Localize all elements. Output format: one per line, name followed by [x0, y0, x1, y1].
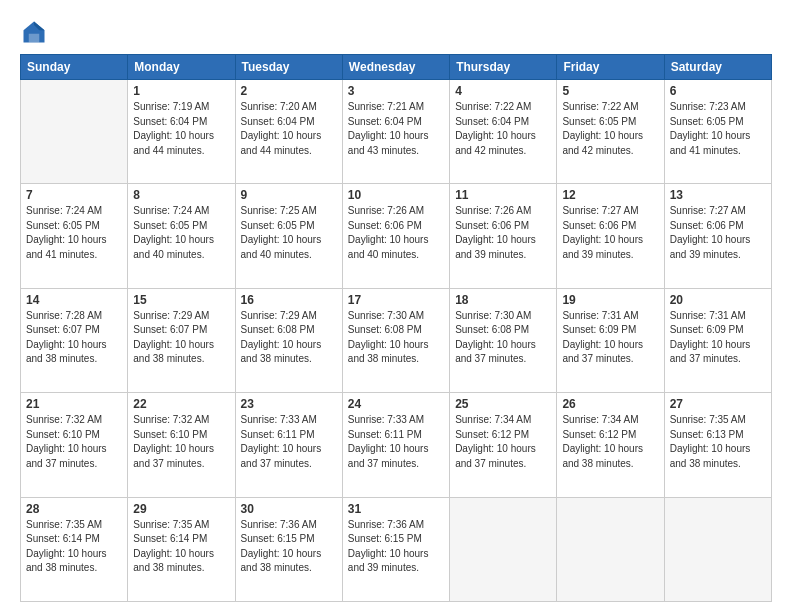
calendar-header-friday: Friday: [557, 55, 664, 80]
day-info: Sunrise: 7:35 AMSunset: 6:13 PMDaylight:…: [670, 413, 766, 471]
day-info: Sunrise: 7:28 AMSunset: 6:07 PMDaylight:…: [26, 309, 122, 367]
calendar-cell: 24Sunrise: 7:33 AMSunset: 6:11 PMDayligh…: [342, 393, 449, 497]
day-number: 12: [562, 188, 658, 202]
day-number: 13: [670, 188, 766, 202]
svg-rect-2: [29, 34, 40, 43]
day-number: 3: [348, 84, 444, 98]
calendar-cell: 4Sunrise: 7:22 AMSunset: 6:04 PMDaylight…: [450, 80, 557, 184]
day-info: Sunrise: 7:19 AMSunset: 6:04 PMDaylight:…: [133, 100, 229, 158]
day-info: Sunrise: 7:36 AMSunset: 6:15 PMDaylight:…: [241, 518, 337, 576]
day-number: 22: [133, 397, 229, 411]
day-info: Sunrise: 7:32 AMSunset: 6:10 PMDaylight:…: [26, 413, 122, 471]
calendar-body: 1Sunrise: 7:19 AMSunset: 6:04 PMDaylight…: [21, 80, 772, 602]
day-info: Sunrise: 7:27 AMSunset: 6:06 PMDaylight:…: [670, 204, 766, 262]
day-number: 16: [241, 293, 337, 307]
calendar-cell: 16Sunrise: 7:29 AMSunset: 6:08 PMDayligh…: [235, 288, 342, 392]
day-number: 6: [670, 84, 766, 98]
day-info: Sunrise: 7:24 AMSunset: 6:05 PMDaylight:…: [133, 204, 229, 262]
calendar-week-3: 14Sunrise: 7:28 AMSunset: 6:07 PMDayligh…: [21, 288, 772, 392]
calendar-cell: 27Sunrise: 7:35 AMSunset: 6:13 PMDayligh…: [664, 393, 771, 497]
day-number: 7: [26, 188, 122, 202]
calendar-cell: 19Sunrise: 7:31 AMSunset: 6:09 PMDayligh…: [557, 288, 664, 392]
calendar-cell: 26Sunrise: 7:34 AMSunset: 6:12 PMDayligh…: [557, 393, 664, 497]
calendar-week-4: 21Sunrise: 7:32 AMSunset: 6:10 PMDayligh…: [21, 393, 772, 497]
day-info: Sunrise: 7:35 AMSunset: 6:14 PMDaylight:…: [133, 518, 229, 576]
calendar-header-monday: Monday: [128, 55, 235, 80]
logo: [20, 18, 52, 46]
day-info: Sunrise: 7:26 AMSunset: 6:06 PMDaylight:…: [455, 204, 551, 262]
day-info: Sunrise: 7:31 AMSunset: 6:09 PMDaylight:…: [670, 309, 766, 367]
day-info: Sunrise: 7:29 AMSunset: 6:08 PMDaylight:…: [241, 309, 337, 367]
calendar-cell: 31Sunrise: 7:36 AMSunset: 6:15 PMDayligh…: [342, 497, 449, 601]
calendar-cell: 2Sunrise: 7:20 AMSunset: 6:04 PMDaylight…: [235, 80, 342, 184]
day-number: 5: [562, 84, 658, 98]
calendar-cell: 17Sunrise: 7:30 AMSunset: 6:08 PMDayligh…: [342, 288, 449, 392]
calendar-header-sunday: Sunday: [21, 55, 128, 80]
day-info: Sunrise: 7:27 AMSunset: 6:06 PMDaylight:…: [562, 204, 658, 262]
day-info: Sunrise: 7:35 AMSunset: 6:14 PMDaylight:…: [26, 518, 122, 576]
calendar-cell: 21Sunrise: 7:32 AMSunset: 6:10 PMDayligh…: [21, 393, 128, 497]
day-number: 14: [26, 293, 122, 307]
day-number: 23: [241, 397, 337, 411]
day-info: Sunrise: 7:23 AMSunset: 6:05 PMDaylight:…: [670, 100, 766, 158]
calendar-header-wednesday: Wednesday: [342, 55, 449, 80]
day-number: 31: [348, 502, 444, 516]
day-number: 24: [348, 397, 444, 411]
day-info: Sunrise: 7:29 AMSunset: 6:07 PMDaylight:…: [133, 309, 229, 367]
day-info: Sunrise: 7:36 AMSunset: 6:15 PMDaylight:…: [348, 518, 444, 576]
day-info: Sunrise: 7:30 AMSunset: 6:08 PMDaylight:…: [455, 309, 551, 367]
calendar-cell: 15Sunrise: 7:29 AMSunset: 6:07 PMDayligh…: [128, 288, 235, 392]
day-info: Sunrise: 7:33 AMSunset: 6:11 PMDaylight:…: [348, 413, 444, 471]
calendar-cell: 8Sunrise: 7:24 AMSunset: 6:05 PMDaylight…: [128, 184, 235, 288]
calendar-cell: 9Sunrise: 7:25 AMSunset: 6:05 PMDaylight…: [235, 184, 342, 288]
day-info: Sunrise: 7:34 AMSunset: 6:12 PMDaylight:…: [562, 413, 658, 471]
day-info: Sunrise: 7:33 AMSunset: 6:11 PMDaylight:…: [241, 413, 337, 471]
day-info: Sunrise: 7:22 AMSunset: 6:05 PMDaylight:…: [562, 100, 658, 158]
calendar-cell: 7Sunrise: 7:24 AMSunset: 6:05 PMDaylight…: [21, 184, 128, 288]
day-info: Sunrise: 7:34 AMSunset: 6:12 PMDaylight:…: [455, 413, 551, 471]
calendar-cell: 28Sunrise: 7:35 AMSunset: 6:14 PMDayligh…: [21, 497, 128, 601]
day-info: Sunrise: 7:22 AMSunset: 6:04 PMDaylight:…: [455, 100, 551, 158]
calendar-cell: 11Sunrise: 7:26 AMSunset: 6:06 PMDayligh…: [450, 184, 557, 288]
calendar-cell: [21, 80, 128, 184]
day-number: 19: [562, 293, 658, 307]
calendar-week-2: 7Sunrise: 7:24 AMSunset: 6:05 PMDaylight…: [21, 184, 772, 288]
calendar-cell: 18Sunrise: 7:30 AMSunset: 6:08 PMDayligh…: [450, 288, 557, 392]
calendar-cell: 20Sunrise: 7:31 AMSunset: 6:09 PMDayligh…: [664, 288, 771, 392]
day-number: 25: [455, 397, 551, 411]
day-number: 11: [455, 188, 551, 202]
calendar-header-thursday: Thursday: [450, 55, 557, 80]
day-number: 20: [670, 293, 766, 307]
day-info: Sunrise: 7:32 AMSunset: 6:10 PMDaylight:…: [133, 413, 229, 471]
day-info: Sunrise: 7:21 AMSunset: 6:04 PMDaylight:…: [348, 100, 444, 158]
calendar-cell: 13Sunrise: 7:27 AMSunset: 6:06 PMDayligh…: [664, 184, 771, 288]
day-number: 27: [670, 397, 766, 411]
logo-icon: [20, 18, 48, 46]
calendar-header-tuesday: Tuesday: [235, 55, 342, 80]
day-number: 9: [241, 188, 337, 202]
day-number: 18: [455, 293, 551, 307]
day-number: 4: [455, 84, 551, 98]
calendar-cell: 6Sunrise: 7:23 AMSunset: 6:05 PMDaylight…: [664, 80, 771, 184]
calendar-cell: 29Sunrise: 7:35 AMSunset: 6:14 PMDayligh…: [128, 497, 235, 601]
calendar-week-5: 28Sunrise: 7:35 AMSunset: 6:14 PMDayligh…: [21, 497, 772, 601]
day-number: 1: [133, 84, 229, 98]
day-info: Sunrise: 7:31 AMSunset: 6:09 PMDaylight:…: [562, 309, 658, 367]
calendar-week-1: 1Sunrise: 7:19 AMSunset: 6:04 PMDaylight…: [21, 80, 772, 184]
calendar-cell: [664, 497, 771, 601]
calendar-header-saturday: Saturday: [664, 55, 771, 80]
calendar-cell: 14Sunrise: 7:28 AMSunset: 6:07 PMDayligh…: [21, 288, 128, 392]
calendar-cell: 3Sunrise: 7:21 AMSunset: 6:04 PMDaylight…: [342, 80, 449, 184]
calendar-cell: 12Sunrise: 7:27 AMSunset: 6:06 PMDayligh…: [557, 184, 664, 288]
calendar-cell: 25Sunrise: 7:34 AMSunset: 6:12 PMDayligh…: [450, 393, 557, 497]
calendar-cell: 22Sunrise: 7:32 AMSunset: 6:10 PMDayligh…: [128, 393, 235, 497]
day-number: 26: [562, 397, 658, 411]
day-number: 10: [348, 188, 444, 202]
day-number: 28: [26, 502, 122, 516]
day-number: 30: [241, 502, 337, 516]
day-info: Sunrise: 7:24 AMSunset: 6:05 PMDaylight:…: [26, 204, 122, 262]
day-number: 15: [133, 293, 229, 307]
calendar-cell: [450, 497, 557, 601]
day-number: 8: [133, 188, 229, 202]
calendar-cell: 1Sunrise: 7:19 AMSunset: 6:04 PMDaylight…: [128, 80, 235, 184]
